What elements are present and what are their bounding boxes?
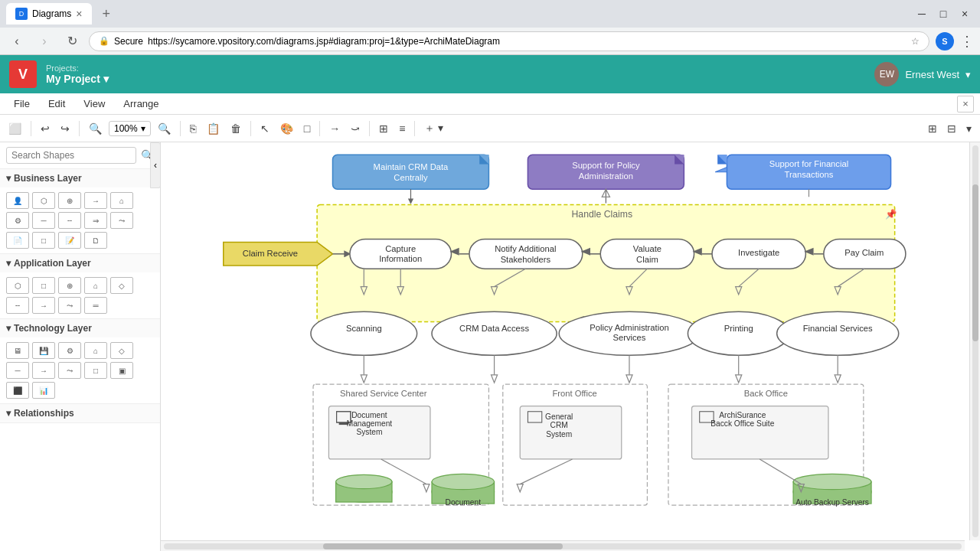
forward-button[interactable]: › xyxy=(34,31,55,52)
shape-tech4[interactable]: ⌂ xyxy=(84,342,107,359)
panel-toggle-button[interactable]: ⊟ xyxy=(943,120,960,137)
browser-user-button[interactable]: S xyxy=(936,32,954,51)
business-layer-header[interactable]: ▾ Business Layer xyxy=(0,169,160,187)
more-button[interactable]: ▾ xyxy=(962,120,975,137)
paint-button[interactable]: 🎨 xyxy=(276,120,297,137)
shape-box[interactable]: □ xyxy=(32,232,55,249)
svg-point-68 xyxy=(777,311,899,355)
paste-button[interactable]: 📋 xyxy=(203,120,224,137)
pointer-button[interactable]: ↖ xyxy=(256,120,273,137)
shape-app8[interactable]: ⤳ xyxy=(58,297,81,314)
delete-button[interactable]: 🗑 xyxy=(227,120,245,137)
project-name[interactable]: My Project ▾ xyxy=(46,73,109,85)
shape-app2[interactable]: □ xyxy=(32,277,55,294)
shape-link[interactable]: ⇒ xyxy=(84,212,107,229)
connector-button[interactable]: → xyxy=(325,120,344,137)
shape-role[interactable]: ⬡ xyxy=(32,192,55,209)
shape-app1[interactable]: ⬡ xyxy=(6,277,29,294)
shape-split[interactable]: ⚙ xyxy=(6,212,29,229)
horizontal-scrollbar[interactable] xyxy=(161,540,965,551)
zoom-out-button[interactable]: 🔍 xyxy=(154,120,175,137)
shape-note[interactable]: 📝 xyxy=(58,232,81,249)
undo-button[interactable]: ↩ xyxy=(37,120,54,137)
toolbar: ⬜ ↩ ↪ 🔍 100% ▾ 🔍 ⎘ 📋 🗑 ↖ 🎨 □ → ⤻ ⊞ ≡ ＋ ▾… xyxy=(0,115,980,142)
relationships-header[interactable]: ▾ Relationships xyxy=(0,404,160,422)
group-button[interactable]: ⊞ xyxy=(375,120,392,137)
tab-close-btn[interactable]: × xyxy=(76,8,82,19)
shape-doc2[interactable]: 🗋 xyxy=(84,232,107,249)
shape-line[interactable]: ─ xyxy=(32,212,55,229)
align-button[interactable]: ≡ xyxy=(395,120,409,137)
browser-tab[interactable]: D Diagrams × xyxy=(6,3,92,24)
shape-app5[interactable]: ◇ xyxy=(110,277,133,294)
svg-text:Management: Management xyxy=(347,419,393,428)
shape-app6[interactable]: ╌ xyxy=(6,297,29,314)
shape-app9[interactable]: ═ xyxy=(84,297,107,314)
maximize-button[interactable]: □ xyxy=(934,5,952,23)
waypoint-button[interactable]: ⤻ xyxy=(347,120,364,137)
shape-tech7[interactable]: → xyxy=(32,362,55,379)
shape-tech3[interactable]: ⚙ xyxy=(58,342,81,359)
tab-icon: D xyxy=(15,8,28,20)
shape-tech1[interactable]: 🖥 xyxy=(6,342,29,359)
menu-view[interactable]: View xyxy=(76,95,113,112)
menu-arrange[interactable]: Arrange xyxy=(116,95,166,112)
technology-layer-chevron: ▾ xyxy=(6,323,11,334)
refresh-button[interactable]: ↻ xyxy=(61,31,83,52)
shape-tech2[interactable]: 💾 xyxy=(32,342,55,359)
shape-tech12[interactable]: 📊 xyxy=(32,382,55,399)
svg-line-112 xyxy=(520,459,572,484)
business-layer-items: 👤 ⬡ ⊕ → ⌂ ⚙ ─ ╌ ⇒ ⤳ 📄 □ 📝 🗋 xyxy=(0,187,160,253)
close-panel-button[interactable]: × xyxy=(957,96,974,112)
grid-view-button[interactable]: ⊞ xyxy=(924,120,941,137)
secure-label: Secure xyxy=(114,36,143,47)
save-button[interactable]: ⬜ xyxy=(5,120,25,137)
svg-text:Valuate: Valuate xyxy=(633,244,662,253)
copy-button[interactable]: ⎘ xyxy=(186,120,200,137)
svg-marker-73 xyxy=(491,375,497,383)
user-info: EW Ernest West ▾ xyxy=(874,62,971,86)
shape-arrow[interactable]: → xyxy=(84,192,107,209)
zoom-in-button[interactable]: 🔍 xyxy=(85,120,106,137)
shape-tech10[interactable]: ▣ xyxy=(110,362,133,379)
shape-tech5[interactable]: ◇ xyxy=(110,342,133,359)
shape-dash[interactable]: ╌ xyxy=(58,212,81,229)
shape-tech11[interactable]: ⬛ xyxy=(6,382,29,399)
shape-app4[interactable]: ⌂ xyxy=(84,277,107,294)
shape-collab[interactable]: ⊕ xyxy=(58,192,81,209)
shape-tech8[interactable]: ⤳ xyxy=(58,362,81,379)
browser-menu-button[interactable]: ⋮ xyxy=(960,33,974,50)
toolbar-separator-7 xyxy=(414,121,415,136)
address-bar[interactable]: 🔒 Secure https://sycamore.vpository.com/… xyxy=(89,31,929,51)
user-dropdown-icon[interactable]: ▾ xyxy=(965,69,971,80)
technology-layer-header[interactable]: ▾ Technology Layer xyxy=(0,319,160,337)
shape-button[interactable]: □ xyxy=(300,120,314,137)
add-button[interactable]: ＋ ▾ xyxy=(420,119,447,138)
svg-point-108 xyxy=(793,474,871,489)
shape-app3[interactable]: ⊕ xyxy=(58,277,81,294)
shape-tech9[interactable]: □ xyxy=(84,362,107,379)
bookmark-icon[interactable]: ☆ xyxy=(911,36,920,47)
diagram-canvas[interactable]: Maintain CRM Data Centrally Support for … xyxy=(161,142,980,551)
collapse-left-button[interactable]: ‹ xyxy=(150,142,161,188)
shape-doc[interactable]: 📄 xyxy=(6,232,29,249)
svg-text:Document: Document xyxy=(351,411,387,419)
close-window-button[interactable]: × xyxy=(956,5,974,23)
redo-button[interactable]: ↪ xyxy=(57,120,74,137)
svg-text:Printing: Printing xyxy=(724,324,753,333)
vertical-scrollbar[interactable] xyxy=(969,142,980,540)
shape-app7[interactable]: → xyxy=(32,297,55,314)
shape-house[interactable]: ⌂ xyxy=(110,192,133,209)
shape-tech6[interactable]: ─ xyxy=(6,362,29,379)
menu-file[interactable]: File xyxy=(6,95,38,112)
zoom-dropdown-icon[interactable]: ▾ xyxy=(141,123,145,134)
diagram-svg: Maintain CRM Data Centrally Support for … xyxy=(161,142,942,540)
search-input[interactable] xyxy=(6,147,136,164)
new-tab-button[interactable]: + xyxy=(98,5,116,24)
application-layer-header[interactable]: ▾ Application Layer xyxy=(0,254,160,272)
minimize-button[interactable]: ─ xyxy=(913,5,931,23)
menu-edit[interactable]: Edit xyxy=(41,95,73,112)
shape-dash2[interactable]: ⤳ xyxy=(110,212,133,229)
back-button[interactable]: ‹ xyxy=(6,31,28,52)
shape-person[interactable]: 👤 xyxy=(6,192,29,209)
